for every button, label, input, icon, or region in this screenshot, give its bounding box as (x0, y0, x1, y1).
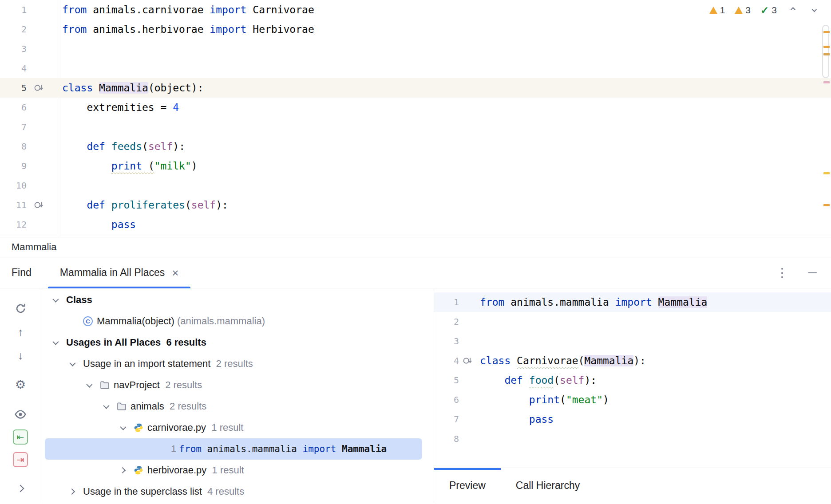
code-text: pass (62, 219, 136, 230)
preview-editor[interactable]: 1from animals.mammalia import Mammalia23… (434, 288, 831, 468)
expand-toolbar-icon[interactable] (13, 481, 28, 496)
code-line[interactable]: 1from animals.mammalia import Mammalia (434, 292, 831, 312)
chevron-down-icon[interactable] (70, 362, 83, 366)
code-token: "meat" (566, 394, 603, 406)
code-line[interactable]: 7 pass (434, 410, 831, 429)
tree-row-text: 1 result (206, 422, 243, 433)
code-line[interactable]: 7 (0, 117, 831, 137)
close-icon[interactable]: × (172, 267, 178, 279)
subclassed-gutter-icon[interactable] (463, 356, 476, 366)
code-line[interactable]: 2 (434, 312, 831, 331)
code-text: def food(self): (480, 374, 597, 386)
inspection-stripe-mark[interactable] (823, 172, 830, 174)
settings-gear-icon[interactable]: ⚙ (13, 377, 28, 392)
code-line[interactable]: 4 (0, 59, 831, 78)
chevron-right-icon[interactable] (120, 468, 134, 472)
autoscroll-from-source-icon[interactable]: ⇥ (13, 452, 28, 467)
rerun-icon[interactable] (13, 301, 28, 316)
line-number: 1 (434, 297, 459, 307)
code-editor[interactable]: 1from animals.carnivorae import Carnivor… (0, 0, 831, 234)
project-folder-icon (100, 380, 110, 390)
tree-row-text: herbivorae.py (147, 465, 206, 476)
code-line[interactable]: 10 (0, 176, 831, 195)
tree-row[interactable]: Class (41, 289, 434, 311)
code-line[interactable]: 12 pass (0, 215, 831, 234)
error-stripe-bar[interactable] (823, 0, 830, 237)
tree-row[interactable]: herbivorae.py 1 result (41, 460, 434, 481)
breadcrumb-item[interactable]: Mammalia (12, 241, 56, 253)
tree-row[interactable]: carnivorae.py 1 result (41, 417, 434, 438)
code-line[interactable]: 8 (434, 429, 831, 449)
next-problem-icon[interactable] (808, 4, 819, 16)
tree-row[interactable]: Usages in All Places 6 results (41, 332, 434, 353)
code-token: from (62, 24, 87, 35)
more-options-icon[interactable]: ⋮ (776, 267, 788, 279)
line-number: 8 (0, 141, 27, 152)
line-number: 2 (0, 24, 27, 35)
code-token: "milk" (154, 160, 191, 172)
inspection-stripe-mark[interactable] (823, 204, 830, 206)
code-token (62, 141, 87, 152)
chevron-right-icon[interactable] (70, 489, 83, 494)
code-token: Carnivorae (246, 4, 314, 16)
tree-row[interactable]: CMammalia(object) (animals.mammalia) (41, 311, 434, 332)
minimize-icon[interactable] (808, 272, 817, 273)
tab-preview[interactable]: Preview (434, 468, 501, 503)
subclassed-gutter-icon[interactable] (34, 200, 51, 210)
code-line[interactable]: 6 extremities = 4 (0, 98, 831, 117)
code-line[interactable]: 5 def food(self): (434, 370, 831, 390)
code-line[interactable]: 1from animals.carnivorae import Carnivor… (0, 0, 831, 20)
code-token: from (480, 296, 504, 308)
find-header: Find Mammalia in All Places × ⋮ (0, 257, 831, 288)
inspection-stripe-mark[interactable] (823, 31, 830, 33)
chevron-down-icon[interactable] (87, 383, 100, 387)
code-line[interactable]: 9 print ("milk") (0, 156, 831, 176)
warning-badge[interactable]: 1 (709, 5, 725, 16)
tab-call-hierarchy[interactable]: Call Hierarchy (501, 468, 595, 503)
code-line[interactable]: 3 (434, 331, 831, 351)
code-line[interactable]: 4class Carnivorae(Mammalia): (434, 351, 831, 370)
inspection-stripe-mark[interactable] (823, 81, 830, 83)
code-line[interactable]: 6 print("meat") (434, 390, 831, 410)
next-occurrence-icon[interactable]: ↓ (13, 348, 28, 363)
subclassed-gutter-icon[interactable] (34, 83, 51, 93)
code-line[interactable]: 8 def feeds(self): (0, 137, 831, 156)
chevron-down-icon[interactable] (53, 340, 66, 345)
code-token: animals.carnivorae (87, 4, 210, 16)
code-token: pass (111, 219, 136, 230)
code-token: ): (584, 374, 597, 386)
chevron-down-icon[interactable] (103, 404, 117, 409)
previous-problem-icon[interactable] (787, 4, 798, 16)
chevron-down-icon[interactable] (53, 298, 66, 302)
tab-call-hierarchy-label: Call Hierarchy (516, 480, 580, 492)
tree-row[interactable]: Usage in an import statement 2 results (41, 353, 434, 374)
code-token: def (87, 141, 105, 152)
code-text: print ("milk") (62, 160, 198, 172)
chevron-down-icon[interactable] (120, 425, 134, 430)
tree-row-text: (animals.mammalia) (177, 315, 265, 327)
tree-row[interactable]: navProject 2 results (41, 374, 434, 396)
weak-warning-badge[interactable]: 3 (735, 5, 751, 16)
tree-row[interactable]: animals 2 results (41, 396, 434, 417)
line-number: 1 (0, 4, 27, 15)
inspection-stripe-mark[interactable] (823, 46, 830, 48)
previous-occurrence-icon[interactable]: ↑ (13, 324, 28, 339)
tree-row-selected[interactable]: 1 from animals.mammalia import Mammalia (45, 438, 422, 460)
code-token (480, 374, 504, 386)
tree-row-text: Mammalia (342, 444, 387, 454)
tree-row-text: carnivorae.py (147, 422, 206, 433)
code-token: ( (185, 199, 191, 211)
tree-row-text: Class (66, 294, 92, 306)
code-line[interactable]: 2from animals.herbivorae import Herbivor… (0, 20, 831, 39)
tree-row[interactable]: Usage in the superclass list 4 results (41, 481, 434, 502)
preview-eye-icon[interactable] (13, 407, 28, 422)
code-token (93, 82, 99, 94)
inspection-stripe-mark[interactable] (823, 53, 830, 55)
code-line[interactable]: 11 def proliferates(self): (0, 195, 831, 215)
code-line[interactable]: 3 (0, 39, 831, 59)
tab-mammalia-in-all-places[interactable]: Mammalia in All Places × (48, 257, 191, 288)
line-number: 3 (434, 336, 459, 346)
code-line[interactable]: 5class Mammalia(object): (0, 78, 831, 98)
passed-badge[interactable]: ✓ 3 (760, 5, 777, 16)
autoscroll-to-source-icon[interactable]: ⇤ (13, 429, 28, 445)
